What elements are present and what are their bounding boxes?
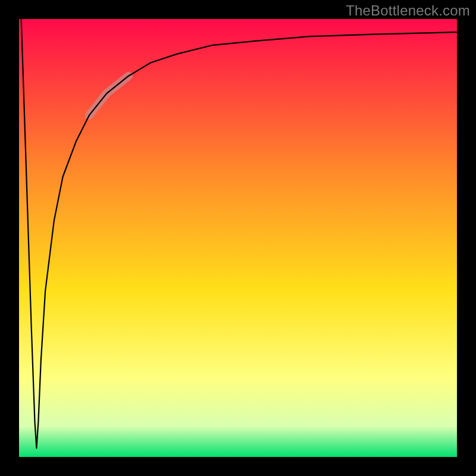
frame-left	[0, 0, 19, 476]
frame-right	[457, 0, 476, 476]
frame-bottom	[0, 457, 476, 476]
chart-stage: TheBottleneck.com	[0, 0, 476, 476]
gradient-background	[19, 19, 457, 457]
watermark-label: TheBottleneck.com	[346, 2, 470, 19]
chart-plot	[19, 19, 457, 457]
